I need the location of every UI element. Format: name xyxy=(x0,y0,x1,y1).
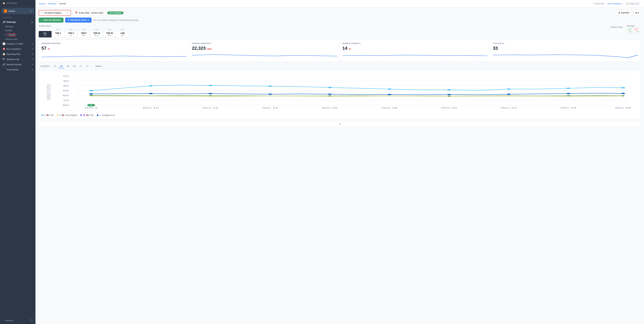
project-selector[interactable]: H huawei ▾ xyxy=(1,8,34,14)
days-selector[interactable]: : DAYS ▾ xyxy=(93,64,104,68)
minimize-button[interactable]: ← Minimize xyxy=(2,319,13,322)
changes-up-badge: ▲ 3 xyxy=(627,28,632,31)
checkmark-icon: ✓ xyxy=(41,12,43,14)
time-6m[interactable]: 6M xyxy=(72,65,77,68)
svg-point-33 xyxy=(328,87,332,88)
filter-gt100-label: >100 xyxy=(119,32,126,34)
filter-top5-count: 3 ▾1 xyxy=(80,34,88,36)
legend-yahoo-usa-label: USA xyxy=(90,114,94,116)
sidebar-bottom: ← Minimize ? xyxy=(0,317,36,324)
search-engine-label: All search engines xyxy=(44,12,62,14)
refresh-icon: ↻ xyxy=(68,19,70,21)
svg-point-46 xyxy=(507,94,511,95)
time-range-row: CURRENT 7D 1M 3M 6M 1Y 2Y | : DAYS ▾ xyxy=(39,64,641,68)
help-icon[interactable]: ? xyxy=(30,319,33,322)
minimize-arrow-icon: ← xyxy=(2,319,4,322)
time-1m[interactable]: 1M xyxy=(58,64,64,68)
time-current[interactable]: CURRENT xyxy=(39,65,52,68)
rankings-chevron-icon: ▲ xyxy=(31,21,33,23)
svg-text:70: 70 xyxy=(63,99,69,101)
position-filters-section: Position filters: 20% 20% 20% 33% 40% 47… xyxy=(39,25,641,38)
subnav-detailed[interactable]: Detailed xyxy=(5,29,36,33)
marketing-label: Marketing Plan xyxy=(6,53,20,55)
sidebar-item-analytics[interactable]: 📈 Analytics & Traffic ▾ xyxy=(0,41,36,46)
filter-top30[interactable]: TOP 30 6 ▾1 xyxy=(103,31,116,38)
position-range-input[interactable] xyxy=(610,29,623,33)
time-3m[interactable]: 3M xyxy=(65,65,71,68)
sidebar-item-social[interactable]: 📱 Social Media ▾ xyxy=(0,67,36,72)
filter-top10-count: 5 ▲1 xyxy=(93,34,100,36)
avg-position-number: 57 xyxy=(42,46,46,51)
arrow-up-icon: ▲ xyxy=(628,28,630,30)
time-7d[interactable]: 7D xyxy=(52,65,58,68)
sidebar-item-competitors[interactable]: 🎯 My Competitors ▾ xyxy=(0,46,36,52)
bing-flag-legend: 🇺🇸 xyxy=(62,114,64,116)
breadcrumb-section[interactable]: Rankings xyxy=(48,3,57,5)
export-label: EXPORT xyxy=(621,12,630,14)
subnav-historical[interactable]: Historical data xyxy=(5,37,36,41)
filter-all[interactable]: ALL 15 xyxy=(39,31,52,38)
top10-value: 33 xyxy=(493,46,638,51)
svg-text:20: 20 xyxy=(63,75,69,77)
notes-button[interactable]: 📝 Notes (18) xyxy=(624,2,641,6)
svg-point-49 xyxy=(90,95,93,96)
legend-yahoo-usa: Y! 🇺🇸 USA xyxy=(80,114,94,116)
svg-text:40: 40 xyxy=(63,85,69,87)
recheck-data-button[interactable]: ↻ RECHECK DATA ▾ xyxy=(65,18,92,23)
sidebar: 🏠 All Projects H huawei ▾ PROJECTS Ranki… xyxy=(0,0,36,324)
time-2y[interactable]: 2Y xyxy=(84,65,90,68)
svg-text:Nov 10: Nov 10 xyxy=(143,107,159,109)
search-engine-selector[interactable]: ✓ All search engines ▾ xyxy=(39,10,71,16)
subnav-overall[interactable]: Overall xyxy=(5,33,36,37)
share-icon: ⤢ xyxy=(592,3,594,5)
sidebar-item-audit[interactable]: 🔍 Website Audit ▾ xyxy=(0,57,36,62)
filter-top1[interactable]: TOP 1 3 xyxy=(52,31,64,38)
export-button[interactable]: ⬆ EXPORT xyxy=(616,10,632,15)
legend-dot-yahoo-usa xyxy=(80,114,82,116)
breadcrumb-project[interactable]: huawei xyxy=(39,3,45,5)
svg-text:50: 50 xyxy=(63,90,69,92)
main-area: huawei › Rankings › Overall ⤢ Guest link… xyxy=(36,0,644,324)
add-keywords-button[interactable]: + ADD KEYWORDS xyxy=(39,18,64,23)
filter-gt100[interactable]: >100 7 ▾1 xyxy=(116,31,129,38)
traffic-change: ▾945 xyxy=(207,48,212,50)
calendar-icon: 📅 xyxy=(75,12,78,14)
time-1y[interactable]: 1Y xyxy=(78,65,84,68)
svg-rect-3 xyxy=(5,21,5,23)
changes-section: Changes: ▲ 3 ▼ 3 20% xyxy=(627,25,641,33)
changes-down-badge: ▼ 3 xyxy=(633,28,638,31)
traffic-chart xyxy=(192,52,337,59)
filter-top10[interactable]: TOP 10 5 ▲1 xyxy=(90,31,103,38)
visibility-change: ▾2 xyxy=(349,48,351,50)
subnav-summary[interactable]: Summary xyxy=(5,25,36,29)
filter-top5[interactable]: TOP 5 3 ▾1 xyxy=(77,31,90,38)
guest-link-button[interactable]: ⤢ Guest link xyxy=(592,3,604,5)
legend-dot-average xyxy=(97,114,98,116)
top10-pct: 33% xyxy=(90,29,103,31)
settings-button[interactable]: ⚙ ▾ xyxy=(634,10,641,15)
leave-feedback-button[interactable]: Leave feedback xyxy=(607,3,622,5)
svg-text:AVERAGE POSITION: AVERAGE POSITION xyxy=(46,84,52,100)
all-projects-link[interactable]: All Projects xyxy=(6,2,17,4)
content-area: ✓ All search engines ▾ 📅 8 Nov 2022 - 26… xyxy=(36,8,644,324)
filter-top3[interactable]: TOP 3 3 xyxy=(64,31,77,38)
position-filters-label: Position filters: xyxy=(39,25,51,27)
legend-average-label: Average for all xyxy=(102,114,114,116)
indexed-badge: 100% INDEXED xyxy=(107,12,124,14)
rankings-icon xyxy=(2,21,5,23)
sidebar-item-backlink[interactable]: 🔗 Backlink Monitor ▾ xyxy=(0,62,36,67)
top30-pct: 40% xyxy=(103,29,116,31)
date-range-selector[interactable]: 📅 8 Nov 2022 - 26 Nov 2022 xyxy=(72,10,106,16)
visibility-value: 14 ▾2 xyxy=(342,46,488,51)
guest-link-label: Guest link xyxy=(595,3,604,5)
arrow-down-icon: ▼ xyxy=(634,28,636,30)
notes-icon: 📝 xyxy=(626,3,628,5)
svg-point-37 xyxy=(566,88,570,89)
days-label: : DAYS xyxy=(94,65,100,67)
sidebar-item-marketing[interactable]: 📋 Marketing Plan ▾ xyxy=(0,52,36,57)
top5-pct: 20% xyxy=(77,29,90,31)
sidebar-item-rankings[interactable]: Rankings ▲ xyxy=(0,19,36,25)
top10-chart xyxy=(493,52,638,59)
audit-icon: 🔍 xyxy=(2,58,5,61)
collapse-bar[interactable]: ∧ xyxy=(39,121,641,126)
